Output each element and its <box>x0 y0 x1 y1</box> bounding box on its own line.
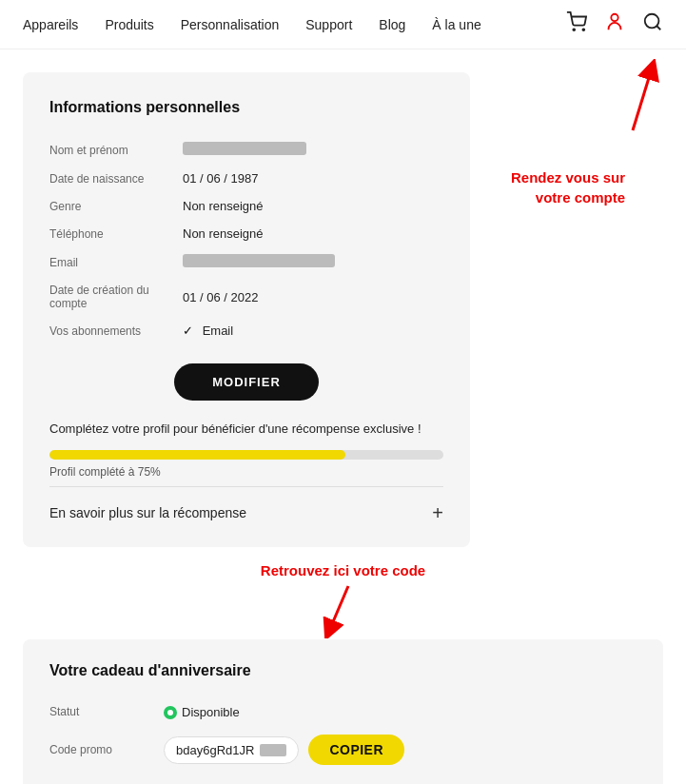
field-value-email <box>183 247 443 277</box>
gift-table: Statut Disponible Code promo bday6gRd1JR <box>49 696 637 774</box>
table-row: Téléphone Non renseigné <box>49 220 443 247</box>
right-annotation-panel: Rendez vous sur votre compte <box>493 72 663 562</box>
progress-bar-fill <box>49 450 345 460</box>
user-icon[interactable] <box>604 11 625 37</box>
svg-point-2 <box>611 14 617 21</box>
blurred-email <box>183 254 335 267</box>
svg-point-1 <box>582 29 584 30</box>
code-annotation-wrapper: Retrouvez ici votre code <box>23 562 663 578</box>
status-text: Disponible <box>182 705 240 719</box>
left-panel: Informations personnelles Nom et prénom … <box>23 72 470 562</box>
field-value-abonnements: ✓ Email <box>183 317 443 344</box>
field-value-genre: Non renseigné <box>183 192 443 220</box>
check-icon: ✓ <box>183 323 193 338</box>
code-input-group: bday6gRd1JR <box>164 736 299 764</box>
subscription-email-label: Email <box>203 323 234 338</box>
modifier-button[interactable]: MODIFIER <box>174 363 319 401</box>
nav-link-produits[interactable]: Produits <box>105 17 153 32</box>
progress-label: Profil complété à 75% <box>49 465 443 479</box>
nav-icons <box>566 11 663 37</box>
svg-line-4 <box>657 26 660 29</box>
search-icon[interactable] <box>642 11 663 37</box>
personal-info-card: Informations personnelles Nom et prénom … <box>23 72 470 547</box>
svg-point-3 <box>645 14 659 29</box>
svg-point-0 <box>573 29 575 30</box>
gift-card: Votre cadeau d'anniversaire Statut Dispo… <box>23 639 663 785</box>
code-text: bday6gRd1JR <box>176 743 254 757</box>
reward-section: En savoir plus sur la récompense + <box>49 486 443 524</box>
code-promo-value-cell: bday6gRd1JR COPIER <box>164 727 637 773</box>
progress-bar-background <box>49 450 443 460</box>
field-value-dob: 01 / 06 / 1987 <box>183 165 443 192</box>
status-badge: Disponible <box>164 705 240 719</box>
field-label-email: Email <box>49 247 183 277</box>
field-label-tel: Téléphone <box>49 220 183 247</box>
nav-link-support[interactable]: Support <box>305 17 352 32</box>
field-value-nom <box>183 135 443 165</box>
info-table: Nom et prénom Date de naissance 01 / 06 … <box>49 135 443 344</box>
arrow-up-right <box>604 59 661 135</box>
code-promo-label: Code promo <box>49 727 164 773</box>
table-row: Date de création du compte 01 / 06 / 202… <box>49 277 443 317</box>
table-row: Date de naissance 01 / 06 / 1987 <box>49 165 443 192</box>
nav-links: Appareils Produits Personnalisation Supp… <box>23 17 566 32</box>
nav-link-a-la-une[interactable]: À la une <box>432 17 480 32</box>
personal-info-title: Informations personnelles <box>49 99 443 116</box>
plus-icon[interactable]: + <box>432 502 443 524</box>
svg-line-8 <box>329 586 348 631</box>
field-label-nom: Nom et prénom <box>49 135 183 165</box>
status-value: Disponible <box>164 696 637 728</box>
svg-line-6 <box>633 69 652 130</box>
nav-link-blog[interactable]: Blog <box>379 17 405 32</box>
blurred-name <box>183 142 306 155</box>
field-value-creation: 01 / 06 / 2022 <box>183 277 443 317</box>
code-row: bday6gRd1JR COPIER <box>164 735 637 765</box>
bottom-annotation-text: Retrouvez ici votre code <box>23 562 663 578</box>
navigation: Appareils Produits Personnalisation Supp… <box>0 0 686 49</box>
nav-link-personnalisation[interactable]: Personnalisation <box>181 17 280 32</box>
table-row: Code promo bday6gRd1JR COPIER <box>49 727 637 773</box>
status-dot-icon <box>164 706 177 719</box>
status-label: Statut <box>49 696 164 728</box>
right-annotation-text: Rendez vous sur votre compte <box>493 167 625 207</box>
profile-complete-text: Complétez votre profil pour bénéficier d… <box>49 420 443 439</box>
table-row: Vos abonnements ✓ Email <box>49 317 443 344</box>
field-label-creation: Date de création du compte <box>49 277 183 317</box>
table-row: Email <box>49 247 443 277</box>
table-row: Genre Non renseigné <box>49 192 443 220</box>
nav-link-appareils[interactable]: Appareils <box>23 17 78 32</box>
main-content: Informations personnelles Nom et prénom … <box>0 49 686 562</box>
table-row: Nom et prénom <box>49 135 443 165</box>
gift-card-title: Votre cadeau d'anniversaire <box>49 662 637 679</box>
arrow-down-left <box>315 581 372 638</box>
reward-section-label: En savoir plus sur la récompense <box>49 505 246 520</box>
field-label-dob: Date de naissance <box>49 165 183 192</box>
bottom-section: Retrouvez ici votre code Votre cadeau d'… <box>0 562 686 785</box>
field-label-abonnements: Vos abonnements <box>49 317 183 344</box>
field-label-genre: Genre <box>49 192 183 220</box>
code-blurred <box>260 744 286 756</box>
cart-icon[interactable] <box>566 11 587 37</box>
field-value-tel: Non renseigné <box>183 220 443 247</box>
copy-button[interactable]: COPIER <box>308 735 404 765</box>
table-row: Statut Disponible <box>49 696 637 728</box>
